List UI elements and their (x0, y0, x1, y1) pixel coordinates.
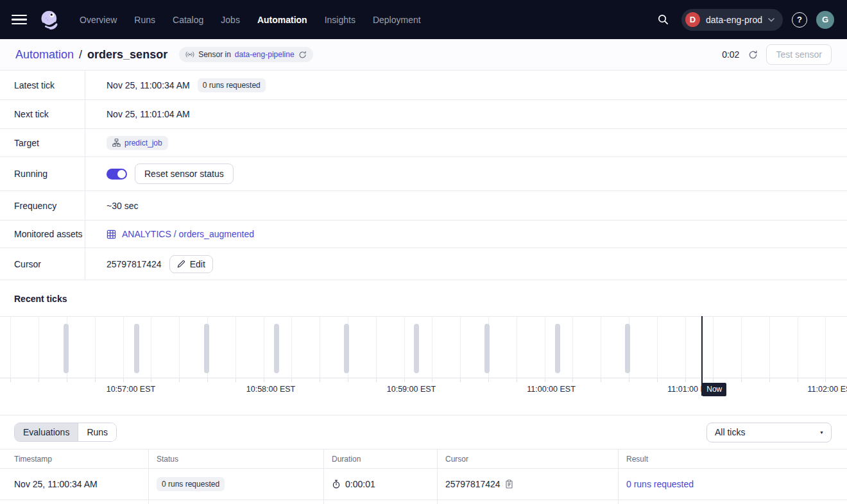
cell-status-badge: 0 runs requested (157, 477, 225, 491)
target-job-pill[interactable]: predict_job (107, 136, 168, 150)
sensor-tick-bar[interactable] (274, 324, 279, 373)
sensor-tick-bar[interactable] (344, 324, 349, 373)
sensor-location-badge: Sensor in data-eng-pipeline (179, 47, 312, 62)
nav-item-insights[interactable]: Insights (325, 15, 355, 25)
sensor-tick-bar[interactable] (625, 324, 630, 373)
target-label: Target (0, 129, 85, 156)
timeline-gridline (741, 317, 742, 378)
sensor-tick-bar[interactable] (555, 324, 560, 373)
axis-tick (348, 378, 348, 382)
help-button[interactable]: ? (792, 12, 807, 28)
user-avatar[interactable]: G (816, 11, 834, 29)
sensor-tick-bar[interactable] (64, 324, 69, 373)
nav-item-runs[interactable]: Runs (134, 15, 155, 25)
timeline-gridline (404, 317, 405, 378)
row-cursor: Cursor 25797817424 Edit (0, 248, 847, 280)
nav-item-deployment[interactable]: Deployment (373, 15, 421, 25)
timeline-gridline (264, 317, 264, 378)
refresh-countdown: 0:02 (722, 49, 739, 60)
tick-filter-select[interactable]: All ticks ▼ (706, 423, 832, 442)
cursor-value: 25797817424 (107, 259, 162, 269)
row-monitored-assets: Monitored assets ANALYTICS / orders_augm… (0, 221, 847, 248)
timeline-gridline (798, 317, 798, 378)
menu-button[interactable] (12, 15, 27, 25)
sensor-tick-bar[interactable] (414, 324, 419, 373)
sensor-tick-bar[interactable] (204, 324, 209, 373)
ticks-timeline: Now 10:57:00 EST10:58:00 EST10:59:00 EST… (0, 316, 847, 415)
timeline-gridline (769, 317, 770, 378)
timeline-gridline (151, 317, 151, 378)
axis-label: 10:59:00 EST (387, 385, 436, 394)
sensor-tick-bar[interactable] (134, 324, 139, 373)
stopwatch-icon (332, 480, 341, 489)
timeline-gridline (601, 317, 601, 378)
deployment-name: data-eng-prod (706, 15, 762, 25)
dagster-logo[interactable] (37, 7, 63, 33)
timeline-gridline (235, 317, 236, 378)
chevron-down-icon (768, 18, 774, 22)
now-marker-label: Now (702, 383, 726, 396)
timeline-gridline (376, 317, 377, 378)
timeline-gridline (545, 317, 545, 378)
nav-item-jobs[interactable]: Jobs (221, 15, 240, 25)
sensor-details: Latest tick Nov 25, 11:00:34 AM 0 runs r… (0, 71, 847, 280)
copy-clipboard-icon[interactable] (505, 480, 513, 489)
target-job-link[interactable]: predict_job (124, 139, 162, 147)
cell-cursor: 25797817424 (445, 479, 501, 489)
deployment-switcher[interactable]: D data-eng-prod (681, 9, 783, 31)
nav-item-catalog[interactable]: Catalog (173, 15, 203, 25)
breadcrumb-automation-link[interactable]: Automation (15, 48, 74, 62)
timeline-gridline (713, 317, 714, 378)
axis-tick (123, 378, 124, 382)
timeline-gridline (825, 317, 826, 378)
axis-tick (432, 378, 432, 382)
timeline-gridline (657, 317, 658, 378)
axis-tick (179, 378, 180, 382)
dagster-octopus-icon (38, 8, 62, 31)
page-header: Automation / orders_sensor Sensor in dat… (0, 39, 847, 71)
reload-location-icon[interactable] (298, 51, 307, 59)
tab-evaluations[interactable]: Evaluations (15, 423, 78, 441)
refresh-button[interactable] (746, 47, 760, 62)
axis-tick (713, 378, 714, 382)
view-tabs: Evaluations Runs (14, 423, 117, 442)
edit-cursor-button[interactable]: Edit (169, 255, 213, 273)
timeline-gridline (320, 317, 320, 378)
col-timestamp: Timestamp (0, 449, 149, 468)
reset-sensor-status-button[interactable]: Reset sensor status (135, 164, 234, 184)
latest-tick-status-badge: 0 runs requested (198, 78, 266, 92)
axis-tick (235, 378, 236, 382)
axis-tick (657, 378, 658, 382)
axis-tick (320, 378, 320, 382)
axis-tick (685, 378, 686, 382)
nav-item-automation[interactable]: Automation (257, 15, 307, 25)
axis-tick (291, 378, 292, 382)
axis-tick (741, 378, 742, 382)
code-location-link[interactable]: data-eng-pipeline (235, 50, 295, 59)
cell-result-link[interactable]: 0 runs requested (626, 479, 694, 489)
axis-tick (10, 378, 11, 382)
test-sensor-button[interactable]: Test sensor (766, 44, 832, 65)
monitored-asset-link[interactable]: ANALYTICS / orders_augmented (107, 229, 254, 239)
axis-tick (38, 378, 39, 382)
tab-runs[interactable]: Runs (78, 423, 116, 441)
nav-item-overview[interactable]: Overview (80, 15, 117, 25)
cursor-label: Cursor (0, 248, 85, 280)
sensor-tick-bar[interactable] (484, 324, 490, 373)
axis-label: 10:58:00 EST (246, 385, 295, 394)
timeline-gridline (123, 317, 124, 378)
timeline-gridline (10, 317, 11, 378)
pencil-icon (177, 260, 185, 268)
running-label: Running (0, 157, 85, 190)
timeline-gridline (291, 317, 292, 378)
evaluations-table: Timestamp Status Duration Cursor Result … (0, 449, 847, 504)
caret-down-icon: ▼ (819, 430, 824, 435)
recent-ticks-section: Recent ticks Now 10:57:00 EST10:58:00 ES… (0, 280, 847, 415)
axis-tick (517, 378, 517, 382)
running-toggle[interactable] (107, 169, 127, 180)
search-button[interactable] (653, 10, 672, 29)
frequency-label: Frequency (0, 191, 85, 220)
evaluations-section: Evaluations Runs All ticks ▼ Timestamp S… (0, 415, 847, 504)
row-next-tick: Next tick Nov 25, 11:01:04 AM (0, 100, 847, 129)
recent-ticks-heading: Recent ticks (0, 280, 847, 316)
